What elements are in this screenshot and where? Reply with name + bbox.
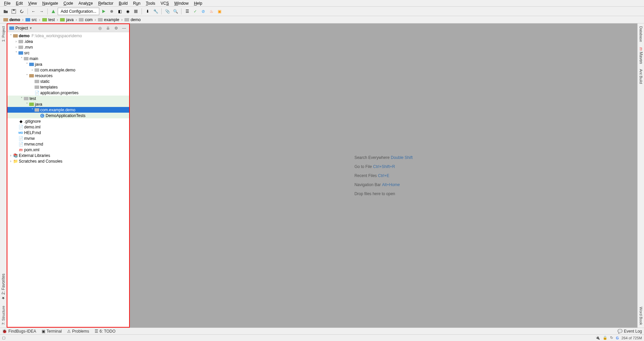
menu-tools[interactable]: Tools (143, 0, 158, 6)
menu-code[interactable]: Code (61, 0, 76, 6)
chevron-down-icon[interactable]: ˅ (19, 57, 23, 60)
menu-refactor[interactable]: Refactor (96, 0, 116, 6)
chevron-down-icon[interactable]: ˅ (25, 102, 29, 106)
status-g-icon[interactable]: G (616, 336, 619, 340)
crumb-com[interactable]: com (77, 17, 94, 22)
chevron-down-icon[interactable]: ˅ (19, 97, 23, 100)
panel-title[interactable]: Project ▼ (9, 26, 95, 31)
menu-vcs[interactable]: VCS (158, 0, 172, 6)
tree-gitignore[interactable]: ◆ .gitignore (7, 118, 129, 124)
tab-wordbook[interactable]: Word Book (639, 304, 643, 328)
crumb-test[interactable]: test (41, 17, 56, 22)
tree-mvn[interactable]: › .mvn (7, 44, 129, 50)
crumb-java[interactable]: java (59, 17, 75, 22)
open-icon[interactable] (2, 8, 9, 15)
minimize-icon[interactable]: — (121, 25, 127, 31)
menu-view[interactable]: View (25, 0, 40, 6)
chevron-right-icon[interactable]: › (9, 159, 13, 163)
tab-problems[interactable]: ⚠Problems (67, 329, 89, 334)
tree-root[interactable]: ˅ demo F:\idea_workingspace\demo (7, 33, 129, 39)
menu-navigate[interactable]: Navigate (40, 0, 61, 6)
structure-icon[interactable]: ☰ (183, 8, 191, 15)
tree-templates[interactable]: templates (7, 84, 129, 90)
chevron-down-icon[interactable]: ˅ (14, 51, 18, 55)
forbid-icon[interactable]: ⊘ (200, 8, 207, 15)
tab-favorites[interactable]: ★ 2: Favorites (1, 271, 6, 303)
tree-help[interactable]: MD HELP.md (7, 130, 129, 135)
tree-test-java[interactable]: ˅ java (7, 101, 129, 107)
tab-ant[interactable]: Ant Build (639, 66, 643, 87)
tree-mvnw[interactable]: 📄 mvnw (7, 135, 129, 141)
tree-static[interactable]: static (7, 78, 129, 84)
status-plug-icon[interactable]: 🔌 (595, 336, 600, 340)
menu-edit[interactable]: Edit (13, 0, 25, 6)
tree-resources[interactable]: ˅ resources (7, 73, 129, 78)
menu-run[interactable]: Run (130, 0, 143, 6)
chevron-right-icon[interactable]: › (14, 40, 18, 43)
tree-test[interactable]: ˅ test (7, 96, 129, 101)
tree-mvnw-cmd[interactable]: 📄 mvnw.cmd (7, 141, 129, 147)
tree-main[interactable]: ˅ main (7, 56, 129, 61)
status-windows-icon[interactable]: ▢ (2, 336, 5, 340)
profile-icon[interactable]: ◉ (124, 8, 131, 15)
tree-main-pkg[interactable]: › com.example.demo (7, 67, 129, 73)
tab-database[interactable]: Database (639, 23, 643, 45)
tab-terminal[interactable]: ▣Terminal (42, 329, 62, 334)
crumb-example[interactable]: example (97, 17, 120, 22)
tree-iml[interactable]: 📄 demo.iml (7, 124, 129, 130)
crumb-demo2[interactable]: demo (123, 17, 142, 22)
tree-scratches[interactable]: › 📁 Scratches and Consoles (7, 158, 129, 164)
menu-window[interactable]: Window (171, 0, 191, 6)
chevron-down-icon[interactable]: ˅ (30, 108, 34, 112)
menu-help[interactable]: Help (191, 0, 205, 6)
menu-analyze[interactable]: Analyze (76, 0, 96, 6)
attach-icon[interactable]: 📎 (164, 8, 171, 15)
build-icon[interactable] (50, 8, 57, 15)
stop-icon[interactable] (132, 8, 140, 15)
chevron-down-icon[interactable]: ˅ (25, 62, 29, 66)
tab-findbugs[interactable]: 🐞FindBugs-IDEA (2, 329, 36, 334)
crumb-src[interactable]: src (24, 17, 38, 22)
status-lock-icon[interactable]: 🔒 (603, 336, 607, 340)
chevron-right-icon[interactable]: › (14, 45, 18, 49)
check-icon[interactable]: ✓ (192, 8, 199, 15)
save-icon[interactable] (10, 8, 17, 15)
menu-build[interactable]: Build (116, 0, 130, 6)
editor-empty-state[interactable]: Search Everywhere Double Shift Go to Fil… (130, 23, 637, 328)
run-icon[interactable] (100, 8, 107, 15)
tree-main-java[interactable]: ˅ java (7, 61, 129, 67)
vcs-icon[interactable]: ⬇ (144, 8, 151, 15)
fire-icon[interactable]: ♨ (208, 8, 215, 15)
menu-file[interactable]: File (1, 0, 13, 6)
tab-project[interactable]: 1: Project (1, 23, 5, 44)
crumb-demo[interactable]: demo (2, 17, 21, 22)
wrench-icon[interactable]: 🔧 (152, 8, 159, 15)
tree-src[interactable]: ˅ src (7, 50, 129, 56)
tree-idea[interactable]: › .idea (7, 39, 129, 44)
forward-icon[interactable]: → (38, 8, 45, 15)
chevron-right-icon[interactable]: › (9, 154, 13, 157)
gear-icon[interactable]: ⚙ (113, 25, 119, 31)
search-icon[interactable]: 🔍 (172, 8, 179, 15)
chevron-right-icon[interactable]: › (30, 68, 34, 72)
tab-maven[interactable]: m Maven (639, 45, 643, 66)
tab-todo[interactable]: ☰6: TODO (95, 329, 116, 334)
debug-icon[interactable] (108, 8, 115, 15)
tree-app-props[interactable]: 📄 application.properties (7, 90, 129, 96)
tab-eventlog[interactable]: 💬Event Log (618, 329, 642, 334)
chevron-down-icon[interactable]: ˅ (9, 34, 13, 38)
coverage-icon[interactable]: ◧ (116, 8, 123, 15)
chevron-down-icon[interactable]: ˅ (25, 74, 29, 77)
tree-ext-libs[interactable]: › 📚 External Libraries (7, 153, 129, 158)
collapse-icon[interactable]: ⇊ (105, 25, 111, 31)
status-sync-icon[interactable]: ↻ (610, 336, 613, 340)
misc-icon[interactable]: ▣ (216, 8, 223, 15)
target-icon[interactable]: ◎ (97, 25, 103, 31)
back-icon[interactable]: ← (30, 8, 37, 15)
tree-test-class[interactable]: C DemoApplicationTests (7, 113, 129, 118)
tab-structure[interactable]: 7: Structure (1, 303, 5, 328)
refresh-icon[interactable] (18, 8, 25, 15)
tree-pom[interactable]: m pom.xml (7, 147, 129, 153)
run-config-selector[interactable]: Add Configuration... (58, 8, 99, 15)
tree-test-pkg[interactable]: ˅ com.example.demo (7, 107, 129, 113)
